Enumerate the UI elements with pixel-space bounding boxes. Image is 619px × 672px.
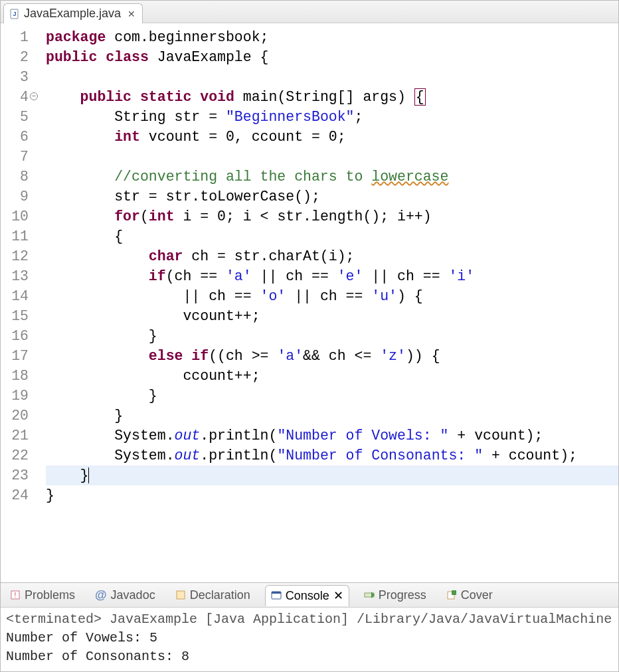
editor-tab-bar: J JavaExample.java ✕	[1, 1, 618, 23]
line-number: 24	[1, 485, 29, 505]
code-line[interactable]: }	[46, 485, 618, 505]
line-number: 14	[1, 286, 29, 306]
code-line[interactable]: System.out.println("Number of Vowels: " …	[46, 426, 618, 446]
code-line[interactable]	[46, 67, 618, 87]
code-line[interactable]: //converting all the chars to lowercase	[46, 167, 618, 187]
line-number: 9	[1, 187, 29, 207]
code-line[interactable]: int vcount = 0, ccount = 0;	[46, 127, 618, 147]
code-line[interactable]: vcount++;	[46, 306, 618, 326]
svg-rect-6	[272, 592, 281, 594]
line-number: 19	[1, 386, 29, 406]
line-number: 7	[1, 147, 29, 167]
code-line[interactable]: }	[46, 326, 618, 346]
tab-label: Console	[286, 589, 329, 603]
tab-label: Cover	[461, 588, 493, 602]
code-editor[interactable]: 1234−56789101112131415161718192021222324…	[1, 23, 618, 582]
svg-text:!: !	[15, 592, 17, 599]
close-tab-icon[interactable]: ✕	[333, 588, 343, 603]
code-line[interactable]: else if((ch >= 'a'&& ch <= 'z')) {	[46, 346, 618, 366]
line-number: 18	[1, 366, 29, 386]
svg-rect-4	[177, 591, 185, 599]
tab-label: Progress	[379, 588, 426, 602]
console-panel: <terminated> JavaExample [Java Applicati…	[1, 608, 618, 671]
tab-label: Problems	[25, 588, 75, 602]
close-tab-icon[interactable]: ✕	[128, 9, 135, 19]
code-line[interactable]: package com.beginnersbook;	[46, 27, 618, 47]
tab-coverage[interactable]: Cover	[441, 586, 498, 605]
code-line[interactable]: str = str.toLowerCase();	[46, 187, 618, 207]
line-number: 5	[1, 107, 29, 127]
tab-javadoc[interactable]: @ Javadoc	[90, 586, 161, 605]
code-line[interactable]: for(int i = 0; i < str.length(); i++)	[46, 207, 618, 226]
code-line[interactable]: char ch = str.charAt(i);	[46, 246, 618, 266]
svg-rect-9	[452, 590, 456, 595]
code-line[interactable]: System.out.println("Number of Consonants…	[46, 446, 618, 465]
console-output-line: Number of Vowels: 5	[6, 629, 613, 647]
line-number: 20	[1, 406, 29, 426]
code-line[interactable]: || ch == 'o' || ch == 'u') {	[46, 286, 618, 306]
line-number: 16	[1, 326, 29, 346]
line-number: 3	[1, 67, 29, 87]
tab-progress[interactable]: Progress	[359, 586, 432, 605]
code-line[interactable]: ccount++;	[46, 366, 618, 386]
line-number: 15	[1, 306, 29, 326]
line-number: 11	[1, 226, 29, 246]
editor-tab[interactable]: J JavaExample.java ✕	[3, 3, 143, 23]
editor-tab-label: JavaExample.java	[24, 7, 121, 21]
tab-problems[interactable]: ! Problems	[5, 586, 80, 605]
code-line[interactable]: {	[46, 226, 618, 246]
code-line[interactable]	[46, 147, 618, 167]
tab-label: Javadoc	[111, 588, 155, 602]
code-line[interactable]: public static void main(String[] args) {	[46, 87, 618, 107]
line-number: 22	[1, 446, 29, 465]
code-line[interactable]: if(ch == 'a' || ch == 'e' || ch == 'i'	[46, 266, 618, 286]
line-number: 4−	[1, 87, 29, 107]
line-gutter: 1234−56789101112131415161718192021222324	[1, 23, 33, 582]
line-number: 8	[1, 167, 29, 187]
line-number: 13	[1, 266, 29, 286]
code-line[interactable]: String str = "BeginnersBook";	[46, 107, 618, 127]
java-file-icon: J	[9, 9, 20, 19]
line-number: 12	[1, 246, 29, 266]
line-number: 21	[1, 426, 29, 446]
line-number: 2	[1, 47, 29, 67]
tab-label: Declaration	[190, 588, 250, 602]
console-status: <terminated> JavaExample [Java Applicati…	[6, 610, 613, 629]
code-line[interactable]: }	[46, 465, 618, 485]
line-number: 10	[1, 207, 29, 226]
code-line[interactable]: }	[46, 386, 618, 406]
code-body[interactable]: package com.beginnersbook;public class J…	[33, 23, 618, 582]
line-number: 23	[1, 465, 29, 485]
line-number: 6	[1, 127, 29, 147]
svg-text:J: J	[13, 11, 16, 17]
tab-declaration[interactable]: Declaration	[170, 586, 256, 605]
code-line[interactable]: }	[46, 406, 618, 426]
line-number: 1	[1, 27, 29, 47]
tab-console[interactable]: Console ✕	[265, 585, 349, 606]
line-number: 17	[1, 346, 29, 366]
code-line[interactable]: public class JavaExample {	[46, 47, 618, 67]
console-output-line: Number of Consonants: 8	[6, 647, 613, 666]
bottom-view-tabs: ! Problems @ Javadoc Declaration Console…	[1, 582, 618, 608]
